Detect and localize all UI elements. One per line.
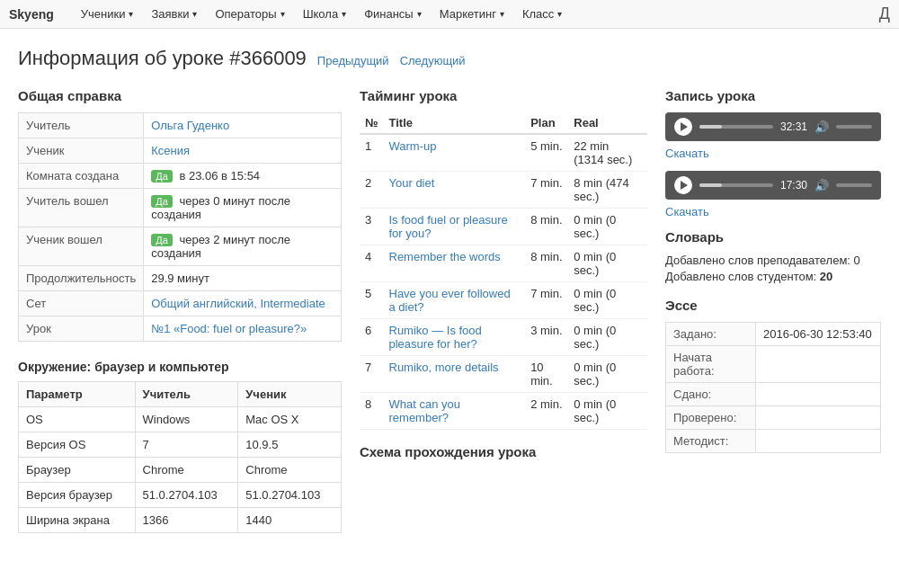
timing-title: Have you ever followed a diet? bbox=[384, 282, 526, 319]
esse-value: 2016-06-30 12:53:40 bbox=[756, 323, 881, 346]
info-value: №1 «Food: fuel or pleasure?» bbox=[144, 316, 342, 342]
col-right: Запись урока 32:31 🔊 Скачать bbox=[665, 88, 881, 533]
timing-title-link[interactable]: Have you ever followed a diet? bbox=[389, 287, 511, 314]
audio-download-2[interactable]: Скачать bbox=[665, 205, 881, 218]
general-info-title: Общая справка bbox=[18, 88, 342, 103]
timing-title-link[interactable]: Warm-up bbox=[389, 139, 437, 153]
badge-yes: Да bbox=[151, 170, 173, 183]
env-header-cell: Учитель bbox=[135, 382, 238, 407]
nav-item-class[interactable]: Класс ▾ bbox=[513, 2, 571, 26]
env-cell: 51.0.2704.103 bbox=[135, 483, 238, 508]
timing-title: Your diet bbox=[384, 172, 526, 209]
env-cell: Chrome bbox=[135, 458, 238, 483]
vocab-student-line: Добавлено слов студентом: 20 bbox=[665, 270, 881, 283]
col-left: Общая справка УчительОльга ГуденкоУченик… bbox=[18, 88, 342, 533]
env-cell: OS bbox=[19, 407, 136, 432]
timing-header-cell: Real bbox=[568, 112, 647, 134]
info-link[interactable]: Ольга Гуденко bbox=[151, 119, 229, 132]
vocab-title: Словарь bbox=[665, 229, 881, 245]
timing-plan: 7 min. bbox=[525, 282, 568, 319]
env-table: ПараметрУчительУченик OSWindowsMac OS XВ… bbox=[18, 381, 342, 533]
timing-row: 1Warm-up5 min.22 min (1314 sec.) bbox=[360, 134, 647, 172]
env-section-title: Окружение: браузер и компьютер bbox=[18, 360, 342, 374]
env-cell: Windows bbox=[135, 407, 238, 432]
col-middle: Тайминг урока №TitlePlanReal 1Warm-up5 m… bbox=[360, 88, 647, 533]
info-link[interactable]: Общий английский, Intermediate bbox=[151, 297, 325, 310]
env-row: Версия браузер51.0.2704.10351.0.2704.103 bbox=[19, 483, 342, 508]
volume-icon-2[interactable]: 🔊 bbox=[814, 179, 829, 192]
nav-item-operators[interactable]: Операторы ▾ bbox=[206, 2, 293, 26]
timing-title-link[interactable]: Remember the words bbox=[389, 250, 501, 263]
play-button-2[interactable] bbox=[674, 176, 692, 194]
audio-volume-bar-2[interactable] bbox=[836, 183, 872, 187]
prev-link[interactable]: Предыдущий bbox=[317, 54, 389, 67]
audio-player-2: 17:30 🔊 bbox=[665, 171, 881, 200]
info-table: УчительОльга ГуденкоУченикКсенияКомната … bbox=[18, 112, 342, 342]
env-header-cell: Параметр bbox=[19, 382, 136, 407]
nav-item-finances[interactable]: Финансы ▾ bbox=[355, 2, 431, 26]
timing-real: 0 min (0 sec.) bbox=[568, 356, 647, 393]
play-button-1[interactable] bbox=[674, 118, 692, 136]
timing-plan: 2 min. bbox=[525, 393, 568, 430]
audio-progress-filled-1 bbox=[699, 125, 722, 129]
info-label: Продолжительность bbox=[19, 266, 144, 291]
timing-row: 7Rumiko, more details10 min.0 min (0 sec… bbox=[360, 356, 647, 393]
timing-title-link[interactable]: Rumiko, more details bbox=[389, 361, 499, 374]
timing-header-cell: Title bbox=[384, 112, 526, 134]
timing-plan: 8 min. bbox=[525, 209, 568, 245]
nav-item-school[interactable]: Школа ▾ bbox=[294, 2, 356, 26]
timing-num: 4 bbox=[360, 245, 384, 282]
page-title-row: Информация об уроке #366009 Предыдущий С… bbox=[18, 47, 881, 70]
timing-real: 0 min (0 sec.) bbox=[568, 245, 647, 282]
audio-time-2: 17:30 bbox=[780, 179, 807, 192]
volume-icon-1[interactable]: 🔊 bbox=[814, 120, 829, 134]
env-cell: 1440 bbox=[238, 508, 342, 533]
nav-item-marketing[interactable]: Маркетинг ▾ bbox=[431, 2, 513, 26]
info-value: Ксения bbox=[144, 138, 342, 164]
info-value: Ольга Гуденко bbox=[144, 113, 342, 138]
brand: Skyeng bbox=[9, 7, 54, 22]
esse-row: Начата работа: bbox=[666, 346, 881, 383]
info-link[interactable]: Ксения bbox=[151, 144, 190, 157]
esse-row: Проверено: bbox=[666, 406, 881, 430]
play-icon-1 bbox=[681, 122, 688, 131]
timing-num: 6 bbox=[360, 319, 384, 356]
timing-num: 5 bbox=[360, 282, 384, 319]
timing-row: 2Your diet7 min.8 min (474 sec.) bbox=[360, 172, 647, 209]
nav-items: Ученики ▾ Заявки ▾ Операторы ▾ Школа ▾ Ф… bbox=[72, 2, 572, 26]
env-cell: Ширина экрана bbox=[19, 508, 136, 533]
info-link[interactable]: №1 «Food: fuel or pleasure?» bbox=[151, 322, 307, 335]
env-cell: Mac OS X bbox=[238, 407, 342, 432]
audio-progress-filled-2 bbox=[699, 183, 722, 187]
audio-volume-bar-1[interactable] bbox=[836, 125, 872, 129]
audio-progress-1[interactable] bbox=[699, 125, 773, 129]
page-title: Информация об уроке #366009 bbox=[18, 47, 307, 70]
columns: Общая справка УчительОльга ГуденкоУченик… bbox=[18, 88, 881, 533]
info-value: 29.9 минут bbox=[144, 266, 342, 291]
info-value: Общий английский, Intermediate bbox=[144, 291, 342, 316]
badge-yes: Да bbox=[151, 195, 173, 208]
esse-row: Сдано: bbox=[666, 383, 881, 406]
nav-item-students[interactable]: Ученики ▾ bbox=[72, 2, 143, 26]
timing-row: 6Rumiko — Is food pleasure for her?3 min… bbox=[360, 319, 647, 356]
audio-player-1: 32:31 🔊 bbox=[665, 112, 881, 141]
timing-title-link[interactable]: Is food fuel or pleasure for you? bbox=[389, 213, 508, 240]
esse-value bbox=[756, 346, 881, 383]
esse-label: Сдано: bbox=[666, 383, 756, 406]
env-cell: 1366 bbox=[135, 508, 238, 533]
timing-title-link[interactable]: What can you remember? bbox=[389, 397, 461, 424]
timing-num: 3 bbox=[360, 209, 384, 245]
info-table-row: УчительОльга Гуденко bbox=[19, 113, 342, 138]
timing-title-link[interactable]: Rumiko — Is food pleasure for her? bbox=[389, 324, 482, 351]
timing-title-link[interactable]: Your diet bbox=[389, 176, 435, 190]
nav-item-requests[interactable]: Заявки ▾ bbox=[142, 2, 206, 26]
audio-download-1[interactable]: Скачать bbox=[665, 147, 881, 160]
info-table-row: Продолжительность29.9 минут bbox=[19, 266, 342, 291]
timing-title: What can you remember? bbox=[384, 393, 526, 430]
info-label: Урок bbox=[19, 316, 144, 342]
audio-progress-2[interactable] bbox=[699, 183, 773, 187]
next-link[interactable]: Следующий bbox=[400, 54, 466, 67]
user-icon[interactable]: Д bbox=[879, 4, 890, 23]
env-cell: Версия OS bbox=[19, 432, 136, 458]
lesson-record-title: Запись урока bbox=[665, 88, 881, 103]
